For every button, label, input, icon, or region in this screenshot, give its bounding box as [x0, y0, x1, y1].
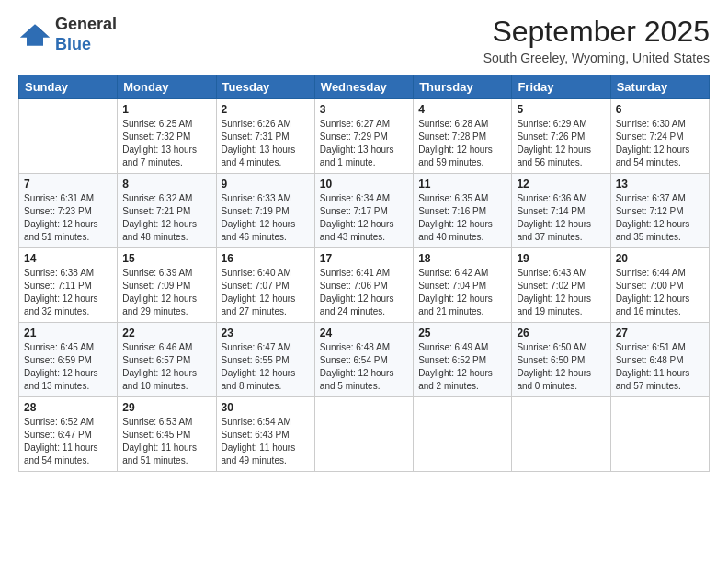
day-info: Sunrise: 6:34 AMSunset: 7:17 PMDaylight:… — [320, 192, 408, 244]
day-number: 24 — [320, 327, 408, 339]
day-info: Sunrise: 6:38 AMSunset: 7:11 PMDaylight:… — [24, 267, 112, 318]
logo-general: General — [55, 15, 117, 35]
day-number: 15 — [122, 252, 210, 265]
day-info: Sunrise: 6:27 AMSunset: 7:29 PMDaylight:… — [320, 118, 408, 169]
calendar-cell: 16Sunrise: 6:40 AMSunset: 7:07 PMDayligh… — [216, 248, 314, 323]
calendar-cell: 9Sunrise: 6:33 AMSunset: 7:19 PMDaylight… — [216, 174, 314, 248]
day-info: Sunrise: 6:35 AMSunset: 7:16 PMDaylight:… — [418, 192, 506, 244]
day-info: Sunrise: 6:48 AMSunset: 6:54 PMDaylight:… — [320, 341, 408, 393]
day-info: Sunrise: 6:26 AMSunset: 7:31 PMDaylight:… — [222, 118, 310, 169]
day-number: 10 — [320, 178, 408, 190]
calendar-cell: 29Sunrise: 6:53 AMSunset: 6:45 PMDayligh… — [118, 397, 216, 472]
calendar-cell: 14Sunrise: 6:38 AMSunset: 7:11 PMDayligh… — [19, 248, 118, 323]
day-info: Sunrise: 6:30 AMSunset: 7:24 PMDaylight:… — [616, 118, 704, 169]
calendar-week-3: 14Sunrise: 6:38 AMSunset: 7:11 PMDayligh… — [19, 248, 710, 323]
day-info: Sunrise: 6:45 AMSunset: 6:59 PMDaylight:… — [24, 341, 112, 393]
calendar-week-4: 21Sunrise: 6:45 AMSunset: 6:59 PMDayligh… — [19, 323, 710, 397]
calendar-cell — [314, 397, 413, 472]
weekday-header-friday: Friday — [512, 75, 610, 99]
calendar-cell: 7Sunrise: 6:31 AMSunset: 7:23 PMDaylight… — [19, 174, 118, 248]
day-number: 17 — [320, 252, 408, 265]
weekday-header-thursday: Thursday — [414, 75, 512, 99]
day-info: Sunrise: 6:28 AMSunset: 7:28 PMDaylight:… — [418, 118, 506, 169]
calendar-cell: 10Sunrise: 6:34 AMSunset: 7:17 PMDayligh… — [314, 174, 413, 248]
day-number: 3 — [320, 103, 408, 116]
day-number: 4 — [418, 103, 506, 116]
calendar-cell: 11Sunrise: 6:35 AMSunset: 7:16 PMDayligh… — [414, 174, 512, 248]
day-info: Sunrise: 6:25 AMSunset: 7:32 PMDaylight:… — [122, 118, 210, 169]
day-info: Sunrise: 6:43 AMSunset: 7:02 PMDaylight:… — [517, 267, 605, 318]
calendar-cell: 1Sunrise: 6:25 AMSunset: 7:32 PMDaylight… — [118, 99, 216, 174]
day-number: 12 — [517, 178, 605, 190]
weekday-header-wednesday: Wednesday — [314, 75, 413, 99]
day-number: 11 — [418, 178, 506, 190]
day-number: 29 — [122, 401, 210, 414]
day-number: 8 — [122, 178, 210, 190]
day-number: 28 — [24, 401, 112, 414]
day-number: 30 — [222, 401, 310, 414]
day-number: 18 — [418, 252, 506, 265]
calendar-cell: 6Sunrise: 6:30 AMSunset: 7:24 PMDaylight… — [610, 99, 709, 174]
weekday-header-monday: Monday — [118, 75, 216, 99]
day-number: 20 — [616, 252, 704, 265]
day-number: 13 — [616, 178, 704, 190]
calendar-cell: 28Sunrise: 6:52 AMSunset: 6:47 PMDayligh… — [19, 397, 118, 472]
calendar-week-5: 28Sunrise: 6:52 AMSunset: 6:47 PMDayligh… — [19, 397, 710, 472]
svg-marker-0 — [20, 24, 50, 45]
calendar-cell: 21Sunrise: 6:45 AMSunset: 6:59 PMDayligh… — [19, 323, 118, 397]
day-number: 9 — [222, 178, 310, 190]
day-number: 27 — [616, 327, 704, 339]
calendar-week-1: 1Sunrise: 6:25 AMSunset: 7:32 PMDaylight… — [19, 99, 710, 174]
calendar-cell — [610, 397, 709, 472]
day-info: Sunrise: 6:53 AMSunset: 6:45 PMDaylight:… — [122, 416, 210, 467]
page-header: General Blue September 2025 South Greele… — [18, 15, 710, 65]
weekday-header-sunday: Sunday — [19, 75, 118, 99]
calendar-cell — [414, 397, 512, 472]
month-title: September 2025 — [483, 15, 710, 49]
weekday-header-row: SundayMondayTuesdayWednesdayThursdayFrid… — [19, 75, 710, 99]
day-number: 16 — [222, 252, 310, 265]
calendar-cell: 17Sunrise: 6:41 AMSunset: 7:06 PMDayligh… — [314, 248, 413, 323]
location-title: South Greeley, Wyoming, United States — [483, 51, 710, 65]
day-info: Sunrise: 6:52 AMSunset: 6:47 PMDaylight:… — [24, 416, 112, 467]
day-number: 19 — [517, 252, 605, 265]
calendar-cell — [512, 397, 610, 472]
day-info: Sunrise: 6:44 AMSunset: 7:00 PMDaylight:… — [616, 267, 704, 318]
day-info: Sunrise: 6:36 AMSunset: 7:14 PMDaylight:… — [517, 192, 605, 244]
day-number: 5 — [517, 103, 605, 116]
calendar-week-2: 7Sunrise: 6:31 AMSunset: 7:23 PMDaylight… — [19, 174, 710, 248]
calendar-table: SundayMondayTuesdayWednesdayThursdayFrid… — [18, 75, 710, 472]
day-number: 1 — [122, 103, 210, 116]
day-info: Sunrise: 6:39 AMSunset: 7:09 PMDaylight:… — [122, 267, 210, 318]
day-info: Sunrise: 6:31 AMSunset: 7:23 PMDaylight:… — [24, 192, 112, 244]
calendar-cell: 27Sunrise: 6:51 AMSunset: 6:48 PMDayligh… — [610, 323, 709, 397]
calendar-cell: 3Sunrise: 6:27 AMSunset: 7:29 PMDaylight… — [314, 99, 413, 174]
day-number: 25 — [418, 327, 506, 339]
calendar-cell: 26Sunrise: 6:50 AMSunset: 6:50 PMDayligh… — [512, 323, 610, 397]
day-number: 6 — [616, 103, 704, 116]
day-info: Sunrise: 6:41 AMSunset: 7:06 PMDaylight:… — [320, 267, 408, 318]
day-number: 21 — [24, 327, 112, 339]
day-number: 2 — [222, 103, 310, 116]
logo-blue: Blue — [55, 35, 117, 55]
day-number: 7 — [24, 178, 112, 190]
day-info: Sunrise: 6:51 AMSunset: 6:48 PMDaylight:… — [616, 341, 704, 393]
day-number: 26 — [517, 327, 605, 339]
calendar-cell: 5Sunrise: 6:29 AMSunset: 7:26 PMDaylight… — [512, 99, 610, 174]
calendar-cell: 19Sunrise: 6:43 AMSunset: 7:02 PMDayligh… — [512, 248, 610, 323]
calendar-cell — [19, 99, 118, 174]
day-info: Sunrise: 6:33 AMSunset: 7:19 PMDaylight:… — [222, 192, 310, 244]
day-info: Sunrise: 6:42 AMSunset: 7:04 PMDaylight:… — [418, 267, 506, 318]
calendar-cell: 30Sunrise: 6:54 AMSunset: 6:43 PMDayligh… — [216, 397, 314, 472]
calendar-cell: 18Sunrise: 6:42 AMSunset: 7:04 PMDayligh… — [414, 248, 512, 323]
day-info: Sunrise: 6:40 AMSunset: 7:07 PMDaylight:… — [222, 267, 310, 318]
day-number: 14 — [24, 252, 112, 265]
calendar-cell: 25Sunrise: 6:49 AMSunset: 6:52 PMDayligh… — [414, 323, 512, 397]
title-area: September 2025 South Greeley, Wyoming, U… — [483, 15, 710, 65]
calendar-cell: 15Sunrise: 6:39 AMSunset: 7:09 PMDayligh… — [118, 248, 216, 323]
weekday-header-saturday: Saturday — [610, 75, 709, 99]
calendar-cell: 20Sunrise: 6:44 AMSunset: 7:00 PMDayligh… — [610, 248, 709, 323]
calendar-cell: 2Sunrise: 6:26 AMSunset: 7:31 PMDaylight… — [216, 99, 314, 174]
day-info: Sunrise: 6:47 AMSunset: 6:55 PMDaylight:… — [222, 341, 310, 393]
weekday-header-tuesday: Tuesday — [216, 75, 314, 99]
